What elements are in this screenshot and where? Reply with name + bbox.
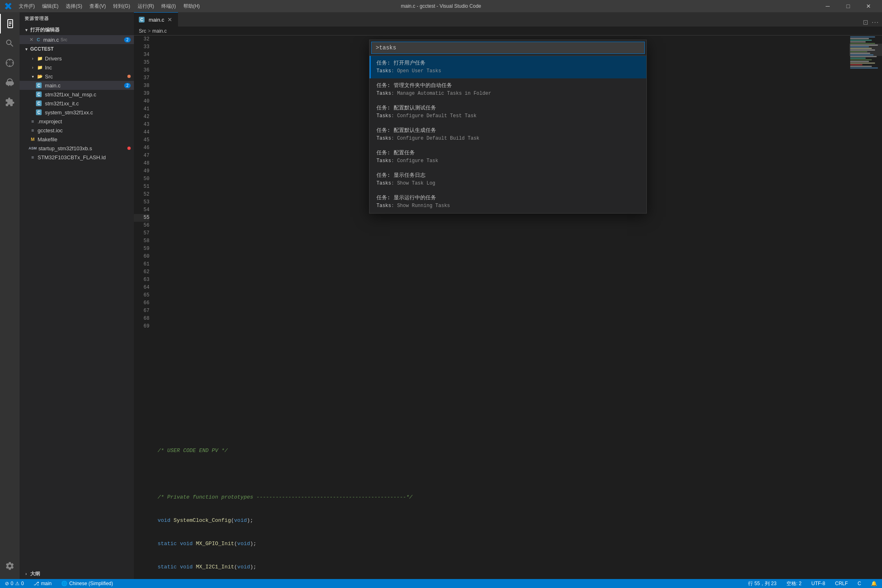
status-line-ending[interactable]: CRLF (833, 581, 849, 586)
tree-item-system-c[interactable]: C system_stm32f1xx.c (20, 108, 134, 117)
activity-extensions[interactable] (0, 92, 20, 112)
activity-git[interactable] (0, 53, 20, 73)
system-c-label: system_stm32f1xx.c (45, 109, 93, 116)
activity-settings[interactable] (0, 556, 20, 576)
subtitle-highlight-5: Tasks (376, 180, 391, 186)
status-language[interactable]: C (856, 581, 863, 586)
command-item-subtitle-4: Tasks: Configure Task (376, 157, 641, 165)
status-encoding[interactable]: UTF-8 (810, 581, 827, 586)
open-file-name: main.c (43, 37, 59, 43)
menu-goto[interactable]: 转到(G) (110, 2, 133, 11)
command-item-0[interactable]: 任务: 打开用户任务 Tasks: Open User Tasks (370, 56, 646, 78)
open-editors-label: 打开的编辑器 (30, 27, 60, 33)
close-file-icon[interactable]: ✕ (29, 37, 33, 42)
title-bar-menu[interactable]: 文件(F) 编辑(E) 选择(S) 查看(V) 转到(G) 运行(R) 终端(I… (16, 2, 203, 11)
title-bar: 文件(F) 编辑(E) 选择(S) 查看(V) 转到(G) 运行(R) 终端(I… (0, 0, 882, 12)
spaces-text: 空格: 2 (786, 580, 802, 587)
tree-item-ld[interactable]: ≡ STM32F103CBTx_FLASH.ld (20, 153, 134, 162)
menu-run[interactable]: 运行(R) (134, 2, 158, 11)
main-c-icon: C (36, 82, 42, 88)
editor-area: C main.c ✕ ⊡ ⋯ Src > main.c (134, 12, 882, 579)
activity-search[interactable] (0, 33, 20, 53)
tree-item-main-c[interactable]: C main.c 2 (20, 81, 134, 90)
outline-header[interactable]: › 大纲 (20, 569, 134, 579)
tree-item-inc[interactable]: › 📁 Inc (20, 63, 134, 72)
tree-item-src[interactable]: ▾ 📂 Src (20, 72, 134, 81)
menu-view[interactable]: 查看(V) (86, 2, 109, 11)
open-file-badge: 2 (124, 37, 131, 42)
ioc-label: gcctest.ioc (38, 127, 62, 134)
status-chinese[interactable]: 🌐 Chinese (Simplified) (60, 581, 114, 586)
src-modified-dot (127, 75, 131, 78)
open-editors-section[interactable]: ▾ 打开的编辑器 (20, 25, 134, 35)
inc-chevron: › (29, 64, 36, 71)
status-branch[interactable]: ⎇ main (32, 581, 53, 586)
maximize-button[interactable]: □ (839, 0, 858, 12)
command-item-3[interactable]: 任务: 配置默认生成任务 Tasks: Configure Default Bu… (370, 123, 646, 146)
menu-selection[interactable]: 选择(S) (62, 2, 85, 11)
status-position[interactable]: 行 55，列 23 (746, 580, 778, 587)
subtitle-highlight-0: Tasks (376, 68, 391, 74)
command-item-5[interactable]: 任务: 显示任务日志 Tasks: Show Task Log (370, 168, 646, 191)
menu-file[interactable]: 文件(F) (16, 2, 38, 11)
activity-files[interactable] (0, 14, 20, 33)
status-errors[interactable]: ⊘ 0 ⚠ 0 (3, 581, 25, 586)
it-c-label: stm32f1xx_it.c (45, 100, 79, 107)
editor-actions: ⊡ ⋯ (860, 18, 882, 27)
split-editor-button[interactable]: ⊡ (863, 18, 868, 26)
subtitle-highlight-3: Tasks (376, 136, 391, 141)
encoding-text: UTF-8 (811, 581, 825, 586)
window-title: main.c - gcctest - Visual Studio Code (401, 3, 481, 9)
mxproject-icon: ≡ (29, 118, 36, 125)
gcctest-section[interactable]: ▾ GCCTEST (20, 44, 134, 54)
command-list: 任务: 打开用户任务 Tasks: Open User Tasks 任务: 管理… (370, 56, 646, 213)
command-item-1[interactable]: 任务: 管理文件夹中的自动任务 Tasks: Manage Automatic … (370, 78, 646, 101)
git-branch-icon: ⎇ (33, 581, 39, 586)
vscode-logo-icon (4, 2, 12, 10)
tree-item-ioc[interactable]: ≡ gcctest.ioc (20, 126, 134, 135)
tree-item-hal-msp[interactable]: C stm32f1xx_hal_msp.c (20, 90, 134, 99)
command-item-2[interactable]: 任务: 配置默认测试任务 Tasks: Configure Default Te… (370, 101, 646, 123)
tree-item-makefile[interactable]: M Makefile (20, 135, 134, 144)
tree-item-mxproject[interactable]: ≡ .mxproject (20, 117, 134, 126)
tab-main-c[interactable]: C main.c ✕ (134, 12, 178, 27)
menu-help[interactable]: 帮助(H) (180, 2, 203, 11)
command-item-subtitle-3: Tasks: Configure Default Build Task (376, 135, 641, 143)
gcctest-label: GCCTEST (30, 46, 53, 52)
menu-edit[interactable]: 编辑(E) (39, 2, 62, 11)
status-bell[interactable]: 🔔 (869, 581, 879, 586)
tree-item-it-c[interactable]: C stm32f1xx_it.c (20, 99, 134, 108)
subtitle-rest-3: : Configure Default Build Task (391, 136, 479, 141)
it-c-icon: C (36, 100, 42, 106)
breadcrumb-file[interactable]: main.c (152, 28, 167, 34)
command-item-6[interactable]: 任务: 显示运行中的任务 Tasks: Show Running Tasks (370, 191, 646, 213)
close-button[interactable]: ✕ (859, 0, 878, 12)
language-text: C (858, 581, 861, 586)
inc-folder-icon: 📁 (37, 64, 43, 71)
tab-close-button[interactable]: ✕ (167, 16, 173, 23)
command-item-4[interactable]: 任务: 配置任务 Tasks: Configure Task (370, 146, 646, 168)
tree-item-startup[interactable]: ASM startup_stm32f103xb.s (20, 144, 134, 153)
menu-terminal[interactable]: 终端(I) (158, 2, 179, 11)
breadcrumb: Src > main.c (134, 27, 882, 36)
src-label: Src (45, 74, 53, 80)
minimize-button[interactable]: ─ (818, 0, 837, 12)
git-icon (5, 58, 15, 68)
open-file-path: Src (60, 37, 67, 42)
title-bar-controls[interactable]: ─ □ ✕ (818, 0, 878, 12)
tree-item-drivers[interactable]: › 📁 Drivers (20, 54, 134, 63)
subtitle-highlight-6: Tasks (376, 203, 391, 209)
bell-icon: 🔔 (871, 581, 877, 586)
command-item-subtitle-0: Tasks: Open User Tasks (376, 67, 641, 75)
activity-bar (0, 12, 20, 579)
gcctest-chevron: ▾ (23, 46, 29, 52)
more-actions-button[interactable]: ⋯ (871, 18, 879, 27)
language-label: Chinese (Simplified) (69, 581, 113, 586)
code-editor: 任务: 打开用户任务 Tasks: Open User Tasks 任务: 管理… (134, 36, 882, 579)
breadcrumb-src[interactable]: Src (139, 28, 146, 34)
activity-debug[interactable] (0, 73, 20, 92)
subtitle-highlight-4: Tasks (376, 158, 391, 164)
open-file-main-c[interactable]: ✕ C main.c Src 2 (20, 35, 134, 44)
command-palette-input[interactable] (371, 42, 645, 54)
status-spaces[interactable]: 空格: 2 (785, 580, 803, 587)
